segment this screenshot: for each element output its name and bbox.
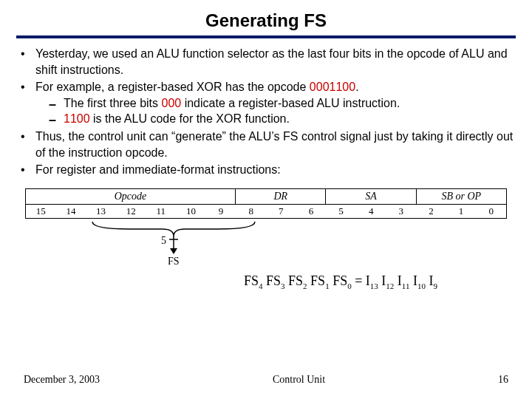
bit-7: 7 [266,204,296,218]
bullet-4-text: For register and immediate-format instru… [35,163,281,176]
eq-mid: = [352,273,366,288]
sub-bullet-list: The first three bits 000 indicate a regi… [35,95,516,127]
bit-5: 5 [326,204,356,218]
eq-r4s: 9 [433,282,437,290]
eq-r3s: 10 [417,282,426,290]
sub-a-code: 000 [162,97,182,109]
bit-6: 6 [296,204,327,218]
sub-a-pre: The first three bits [64,97,162,109]
eq-l2: FS [285,273,304,288]
eq-l3: FS [307,273,326,288]
eq-r0s: 13 [370,282,378,290]
footer-page: 16 [498,374,508,386]
bit-1: 1 [446,204,477,218]
title-rule [16,35,516,38]
bit-9: 9 [206,204,236,218]
eq-r2: I [394,273,402,288]
bit-11: 11 [146,204,177,218]
bit-8: 8 [236,204,266,218]
bullet-2-pre: For example, a register-based XOR has th… [35,81,310,93]
bit-10: 10 [176,204,206,218]
sub-b-code: 1100 [64,112,90,125]
eq-l1: FS [263,273,282,288]
bit-0: 0 [476,204,506,218]
slide-footer: December 3, 2003 Control Unit 16 [0,374,532,386]
brace-count: 5 [161,235,166,247]
footer-center: Control Unit [273,374,325,386]
bullet-2-post: . [355,81,358,93]
sub-bullet-a: The first three bits 000 indicate a regi… [49,95,516,112]
field-sb: SB or OP [417,189,506,204]
field-sa: SA [326,189,416,204]
fs-equation: FS4 FS3 FS2 FS1 FS0 = I13 I12 I11 I10 I9 [244,273,437,290]
eq-r1s: 12 [386,282,394,290]
field-dr: DR [236,189,326,204]
footer-date: December 3, 2003 [24,374,100,386]
bullet-3: Thus, the control unit can “generate” th… [19,129,516,160]
bullet-2: For example, a register-based XOR has th… [19,79,516,127]
eq-l0: FS [244,273,259,288]
bullet-list: Yesterday, we used an ALU function selec… [16,46,516,178]
brace-label: FS [168,256,180,267]
instruction-format-table: Opcode DR SA SB or OP 15 14 13 12 11 10 … [25,188,507,219]
bit-row: 15 14 13 12 11 10 9 8 7 6 5 4 3 2 1 0 [26,204,506,218]
bullet-2-code: 0001100 [310,81,355,93]
bit-4: 4 [356,204,386,218]
bit-12: 12 [116,204,146,218]
bit-14: 14 [56,204,86,218]
eq-l4: FS [330,273,348,288]
field-opcode: Opcode [26,189,236,204]
field-row: Opcode DR SA SB or OP [26,189,506,204]
bullet-1-text: Yesterday, we used an ALU function selec… [35,47,508,76]
bullet-1: Yesterday, we used an ALU function selec… [19,46,516,78]
svg-marker-1 [170,248,177,254]
eq-r1: I [378,273,386,288]
eq-r4: I [426,273,434,288]
eq-r3: I [409,273,417,288]
brace-area: 5 FS [16,220,516,267]
slide-title: Generating FS [16,10,516,31]
bit-15: 15 [26,204,56,218]
sub-b-post: is the ALU code for the XOR function. [90,112,290,125]
bullet-3-text: Thus, the control unit can “generate” th… [35,130,513,159]
bit-13: 13 [86,204,116,218]
bullet-4: For register and immediate-format instru… [19,162,516,178]
bit-3: 3 [386,204,417,218]
sub-a-post: indicate a register-based ALU instructio… [181,97,400,109]
bit-2: 2 [416,204,446,218]
slide: Generating FS Yesterday, we used an ALU … [0,0,532,399]
eq-r2s: 11 [402,282,410,290]
sub-bullet-b: 1100 is the ALU code for the XOR functio… [49,111,516,127]
